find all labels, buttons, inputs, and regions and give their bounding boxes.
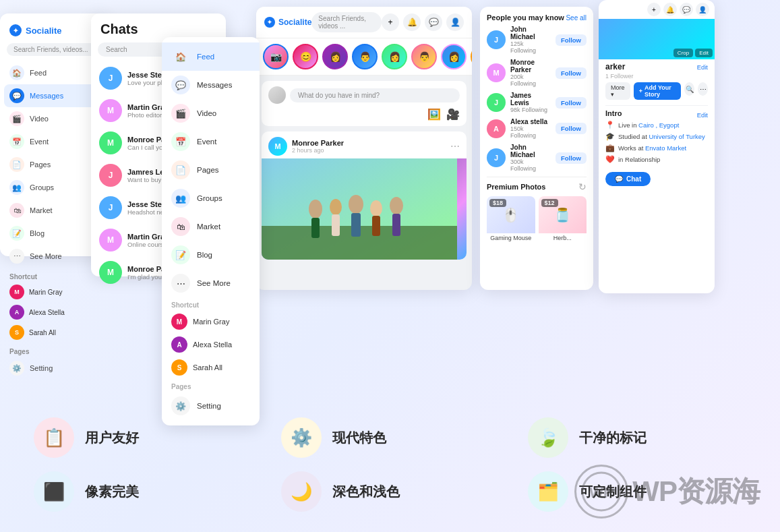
chat-btn-label: Chat [626,175,641,183]
nav-dd-video[interactable]: 🎬 Video [162,99,260,127]
people-avatar-john1: J [487,30,506,49]
story-add[interactable]: 📷 [263,44,289,69]
sidebar-item-messages[interactable]: 💬 Messages [4,84,104,107]
profile-name: arker [605,62,625,71]
intro-relationship: ❤️ in Relationship [605,155,708,164]
post-time: 2 hours ago [292,147,344,154]
nav-dd-setting[interactable]: ⚙️ Setting [162,392,260,420]
follow-btn-james[interactable]: Follow [556,97,587,109]
chat-button[interactable]: 💬 [425,13,442,31]
follow-btn-alexa[interactable]: Follow [556,123,587,134]
feature-label-modern: 现代特色 [332,429,386,447]
composer-input[interactable]: What do you have in mind? [290,88,460,102]
logo-icon: ✦ [9,24,22,36]
svg-rect-5 [332,214,340,236]
more-options-btn[interactable]: ⋯ [698,82,708,96]
market-icon: 🛍 [9,203,24,218]
feed-post: M Monroe Parker 2 hours ago ⋯ [262,131,467,260]
story-2[interactable]: 👩 [322,44,348,69]
watermark-text: WP资源海 [632,473,760,510]
story-5[interactable]: 👨 [411,44,437,69]
chat-avatar-monroe1: M [99,131,122,154]
svg-rect-9 [372,216,380,236]
nav-shortcut-alexa[interactable]: A Alexa Stella [162,333,260,356]
nav-dd-event[interactable]: 📅 Event [162,127,260,156]
edit-cover-btn[interactable]: Edit [695,49,713,57]
nav-dd-market[interactable]: 🛍 Market [162,212,260,241]
post-author: Monroe Parker [292,139,344,147]
svg-rect-3 [311,218,320,238]
nav-dd-pages-label: Pages [162,379,260,392]
nav-dd-blog[interactable]: 📝 Blog [162,241,260,269]
refresh-icon[interactable]: ↻ [578,181,587,192]
nav-dd-pages[interactable]: 📄 Pages [162,156,260,184]
follow-btn-john1[interactable]: Follow [556,34,587,46]
shortcut-item-alexa[interactable]: A Alexa Stella [0,302,108,322]
video-action-btn[interactable]: 🎥 [446,108,460,121]
follow-btn-john2[interactable]: Follow [556,152,587,164]
feed-search[interactable]: Search Friends, videos ... [311,12,382,32]
profile-followers: 1 Follower [605,73,708,80]
profile-avatar-btn[interactable]: 👤 [696,3,709,16]
sidebar-search[interactable]: Search Friends, videos... [7,43,101,56]
nav-dd-feed[interactable]: 🏠 Feed [162,42,260,71]
nav-dd-groups[interactable]: 👥 Groups [162,184,260,212]
photo-card-mouse[interactable]: 🖱️ $18 Gaming Mouse [487,196,535,243]
feature-dark-light: 🌙 深色和浅色 [281,471,502,512]
chat-float-btn[interactable]: 💬 Chat [605,172,651,186]
post-composer: What do you have in mind? 🖼️ 🎥 [262,81,467,126]
wp-logo-svg: WP [581,471,622,512]
post-author-avatar: M [268,137,287,156]
profile-add-btn[interactable]: + [647,3,661,16]
nav-dropdown: 🏠 Feed 💬 Messages 🎬 Video 📅 Event 📄 Page… [162,37,260,425]
see-all-link[interactable]: See all [566,14,587,22]
crop-btn[interactable]: Crop [673,49,693,57]
search-btn[interactable]: 🔍 [684,82,694,96]
nav-dd-setting-icon: ⚙️ [171,396,190,415]
people-panel: People you may know See all J John Micha… [480,7,593,290]
nav-shortcut-avatar-sarah: S [171,359,187,376]
add-icon: + [639,88,642,94]
intro-work: 💼 Works at Envato Market [605,144,708,152]
post-image [262,158,467,260]
notification-button[interactable]: 🔔 [403,13,421,31]
chat-avatar-monroe2: M [99,261,122,284]
story-6[interactable]: 👩 [441,44,467,69]
pages-icon: 📄 [9,157,24,172]
education-icon: 🎓 [605,132,615,141]
nav-shortcut-marin[interactable]: M Marin Gray [162,310,260,333]
profile-divider [605,105,708,106]
profile-button[interactable]: 👤 [446,13,464,31]
nav-dd-pages-icon: 📄 [171,160,190,179]
setting-icon: ⚙️ [9,361,24,376]
sidebar-item-setting[interactable]: ⚙️ Setting [0,357,108,380]
shortcut-avatar-alexa: A [9,305,24,320]
nav-dd-messages[interactable]: 💬 Messages [162,71,260,99]
add-button[interactable]: + [382,13,399,31]
chat-avatar-martin2: M [99,229,122,252]
feature-label-pixel: 像素完美 [85,483,139,501]
photo-price-herb: $12 [541,199,558,207]
post-more-btn[interactable]: ⋯ [450,141,460,152]
intro-edit-link[interactable]: Edit [697,111,708,119]
story-3[interactable]: 👨 [352,44,378,69]
photo-action-btn[interactable]: 🖼️ [427,108,441,121]
profile-msg-btn[interactable]: 💬 [680,3,693,16]
story-4[interactable]: 👩 [382,44,407,69]
feature-icon-clean: 🍃 [528,417,568,458]
nav-shortcut-sarah[interactable]: S Sarah All [162,356,260,379]
profile-notif-btn[interactable]: 🔔 [663,3,677,16]
edit-profile-link[interactable]: Edit [697,63,708,71]
story-1[interactable]: 😊 [293,44,318,69]
more-btn[interactable]: More ▾ [605,82,630,100]
photo-card-herb[interactable]: 🫙 $12 Herb... [539,196,587,243]
shortcut-item-sarah[interactable]: S Sarah All [0,322,108,343]
story-7[interactable]: 👨 [471,44,472,69]
intro-location: 📍 Live in Cairo , Eygopt [605,121,708,129]
add-story-btn[interactable]: + Add Your Story [634,82,682,100]
feature-label-clean: 干净的标记 [579,429,647,447]
nav-dd-seemore[interactable]: ⋯ See More [162,269,260,297]
chat-avatar-jamres: J [99,164,122,187]
follow-btn-monroe[interactable]: Follow [556,67,587,79]
chat-avatar-jesse1: J [99,67,122,90]
